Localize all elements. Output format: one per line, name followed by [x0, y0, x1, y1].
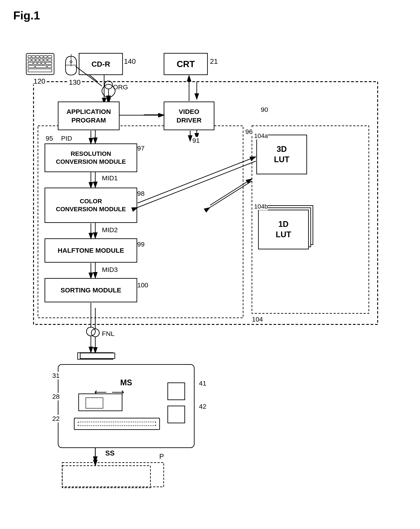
fnl-label: FNL: [102, 330, 115, 337]
98-label: 98: [137, 190, 144, 197]
svg-rect-39: [34, 62, 37, 65]
91-label: 91: [192, 137, 200, 144]
color-conv-box: COLOR CONVERSION MODULE: [45, 188, 137, 223]
mouse-ref-label: 130: [69, 78, 80, 87]
paper-slot: [74, 418, 160, 430]
carriage-inner: [86, 397, 103, 409]
lut-1d-box-front: 1D LUT: [258, 210, 309, 249]
svg-rect-31: [48, 56, 52, 58]
104a-label: 104a: [254, 132, 268, 139]
svg-line-17: [210, 179, 252, 205]
ref-42-label: 42: [199, 403, 206, 410]
ref-31-label: 31: [52, 372, 60, 379]
printer-body: MS ⟵ ⟶: [58, 364, 195, 448]
ss-label: SS: [105, 449, 115, 457]
svg-rect-46: [28, 69, 52, 72]
resolution-conv-box: RESOLUTION CONVERSION MODULE: [45, 144, 137, 172]
page: Fig.1: [0, 0, 420, 529]
104-label: 104: [252, 316, 263, 323]
svg-rect-30: [44, 56, 47, 58]
svg-rect-36: [44, 59, 47, 61]
97-label: 97: [137, 145, 144, 152]
org-label: ORG: [113, 83, 128, 91]
p-label: P: [159, 452, 164, 461]
video-driver-box: VIDEO DRIVER: [164, 102, 214, 130]
100-label: 100: [137, 281, 148, 289]
svg-line-18: [210, 181, 252, 207]
ref-41-label: 41: [199, 380, 206, 387]
ref-28-label: 28: [52, 393, 60, 400]
mid1-label: MID1: [102, 174, 118, 182]
keyboard-ref-label: 120: [34, 77, 45, 85]
sorting-box: SORTING MODULE: [45, 278, 137, 302]
svg-point-8: [104, 81, 113, 89]
svg-rect-24: [62, 466, 151, 488]
crt-box: CRT: [164, 53, 208, 75]
ink-box-42: [167, 406, 185, 423]
app-program-box: APPLICATION PROGRAM: [58, 102, 120, 130]
svg-rect-37: [48, 59, 52, 61]
svg-rect-44: [36, 66, 47, 68]
svg-rect-34: [36, 59, 39, 61]
svg-rect-43: [28, 66, 35, 68]
svg-rect-67: [62, 463, 164, 487]
104b-label: 104b: [254, 203, 268, 210]
lut-3d-box: 3D LUT: [256, 135, 307, 174]
diagram-container: 120 130 CD-R 140 CRT 21 ORG: [14, 29, 406, 529]
svg-rect-26: [28, 56, 31, 58]
mid3-label: MID3: [102, 266, 118, 273]
99-label: 99: [137, 240, 144, 248]
printer-connector: [80, 353, 115, 359]
fig-label: Fig.1: [13, 9, 407, 22]
svg-rect-32: [28, 59, 31, 61]
svg-line-64: [138, 157, 256, 203]
svg-rect-38: [28, 62, 33, 65]
svg-rect-33: [32, 59, 35, 61]
mouse-icon: [63, 54, 79, 76]
keyboard-icon: [26, 53, 54, 75]
cdr-ref-label: 140: [124, 57, 136, 66]
cdr-box: CD-R: [79, 53, 123, 75]
svg-rect-41: [42, 62, 45, 65]
ref-22-label: 22: [52, 415, 60, 423]
svg-rect-42: [46, 62, 52, 65]
carriage-mechanism: [78, 394, 122, 411]
svg-rect-27: [32, 56, 35, 58]
svg-point-62: [87, 327, 95, 336]
ms-label: MS: [120, 378, 132, 387]
paper-inner: [78, 422, 156, 426]
svg-rect-29: [40, 56, 43, 58]
90-label: 90: [261, 106, 268, 113]
svg-line-65: [138, 161, 256, 207]
svg-point-20: [91, 329, 99, 337]
halftone-box: HALFTONE MODULE: [45, 238, 137, 263]
mid2-label: MID2: [102, 226, 118, 234]
crt-ref-label: 21: [210, 57, 218, 66]
app-ref-label: 95: [46, 135, 53, 142]
svg-rect-45: [47, 66, 52, 68]
pid-label: PID: [61, 135, 72, 142]
svg-rect-40: [38, 62, 41, 65]
svg-rect-28: [36, 56, 39, 58]
svg-rect-35: [40, 59, 43, 61]
96-label: 96: [245, 128, 253, 135]
ink-box-41: [167, 383, 185, 400]
